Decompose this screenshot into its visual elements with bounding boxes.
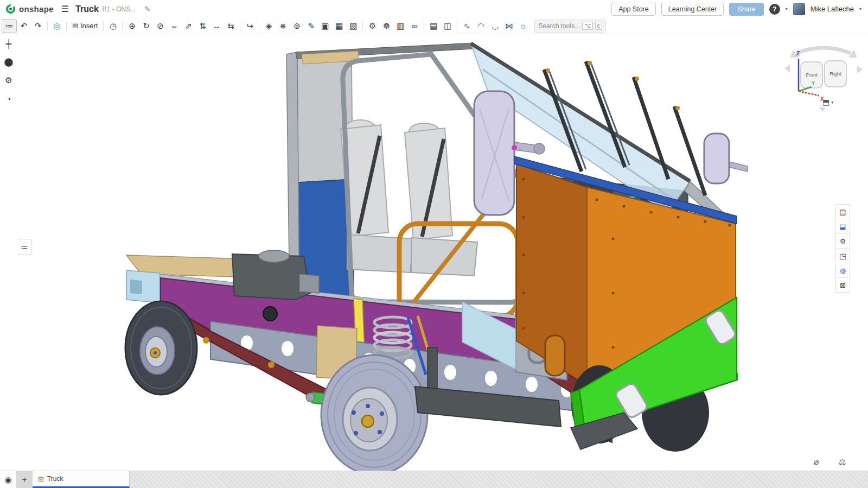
onshape-logo-text: onshape [19,4,54,14]
y-axis-label: Y [812,80,815,86]
configurations-icon[interactable]: ╪ [2,37,15,50]
feature-list-toggle[interactable]: ≔ [2,19,17,33]
rack-pinion-relation-button[interactable]: ☸ [379,20,393,33]
insert-icon: ⊞ [72,22,78,30]
assembly-tab-icon: ⊞ [38,475,44,483]
tab-manager-icon[interactable]: ◉ [0,471,16,488]
snap-mode-button[interactable]: ◈ [261,20,276,33]
screw-relation-button[interactable]: ▥ [393,20,407,33]
toolbar-divider [103,21,104,31]
bom-table-button[interactable]: ▤ [426,20,441,33]
revolve-tool-button[interactable]: ◠ [474,20,488,33]
fill-tool-button[interactable]: ☼ [516,20,530,33]
tab-truck[interactable]: ⊞ Truck [33,471,130,488]
assembly-toolbar: ≔ ↶ ↷ ◎ ⊞ Insert ◷ ⊕ ↻ ⊘ ⇔ ⇗ ⇅ ↔ ⇆ ↪ ◈ ⋇… [0,18,868,34]
edit-in-context-button[interactable]: ✎ [304,20,318,33]
toolbar-divider [424,21,424,31]
learning-center-button[interactable]: Learning Center [661,3,724,16]
mate-button[interactable]: ⊕ [125,20,139,33]
truck-model-viewport[interactable] [0,0,868,488]
gear-relation-button[interactable]: ⚙ [365,20,379,33]
loft-tool-button[interactable]: ◡ [488,20,502,33]
boundary-tool-button[interactable]: ⋈ [502,20,516,33]
right-side-mirror [704,134,748,183]
pan-right-arrow[interactable] [857,66,863,73]
x-axis [799,91,819,96]
tab-label: Truck [47,475,63,483]
rotate-tool-button[interactable]: ↪ [242,20,257,33]
comments-icon[interactable]: ⬤ [2,55,15,68]
user-menu-caret-icon[interactable]: ▾ [859,7,861,11]
parts-panel-icon[interactable]: ⬓ [836,219,850,234]
revolute-mate-button[interactable]: ↻ [139,20,153,33]
onshape-logo[interactable]: onshape [5,4,54,14]
view-cube-icon: ⬒ [822,98,829,106]
onshape-logo-icon [5,4,16,14]
toolbar-divider [259,21,259,31]
instances-list-icon: ≔ [21,243,28,251]
app-store-button[interactable]: App Store [611,3,656,16]
user-name[interactable]: Mike Lafleche [810,5,854,13]
insert-button[interactable]: ⊞ Insert [69,22,101,30]
rollback-history-button[interactable]: ◷ [106,20,120,33]
toolbar-divider [362,21,363,31]
view-options-dropdown[interactable]: ⬒ ▾ [822,98,833,106]
cylindrical-mate-button[interactable]: ⊘ [153,20,167,33]
view-options-caret-icon: ▾ [831,100,833,105]
workspace-version-label[interactable]: B1 - ONS... [103,5,136,13]
spline-tool-button[interactable]: ∿ [459,20,474,33]
pan-left-arrow[interactable] [784,65,790,72]
circular-pattern-button[interactable]: ▧ [346,20,360,33]
measure-icon[interactable]: ⌀ [814,457,819,467]
replicate-button[interactable]: ⊚ [290,20,304,33]
group-button[interactable]: ▣ [318,20,332,33]
appearance-panel-icon[interactable]: ◍ [836,263,850,278]
help-icon[interactable]: ? [769,4,780,15]
toolbar-divider [66,21,67,31]
cab-seats [341,120,477,276]
toolbar-divider [240,21,240,31]
history-icon[interactable]: ◔ [2,92,15,105]
undo-button[interactable]: ↶ [17,20,31,33]
final-position-button[interactable]: ◎ [50,20,64,33]
user-avatar[interactable] [793,3,805,15]
mass-properties-icon[interactable]: ⚖ [839,457,846,467]
named-positions-button[interactable]: ◫ [441,20,455,33]
front-wheel [125,301,197,395]
rotate-down-arrow[interactable] [819,107,826,112]
search-tools-input[interactable]: Search tools... ⌥ c [534,20,605,33]
move-part-button[interactable]: ⇔ [167,20,181,33]
rename-document-icon[interactable]: ✎ [144,5,150,13]
document-panel-icon[interactable]: ▤ [836,205,850,219]
toolbar-divider [122,21,123,31]
z-axis-label: Z [796,50,800,56]
width-mate-button[interactable]: ⇆ [224,20,238,33]
free-drag-button[interactable]: ⇗ [181,20,195,33]
toolbar-divider [457,21,457,31]
search-tools-placeholder: Search tools... [538,22,580,30]
share-button[interactable]: Share [729,3,763,16]
redo-button[interactable]: ↷ [31,20,45,33]
document-header: onshape ☰ Truck B1 - ONS... ✎ App Store … [0,0,868,18]
right-panel-rail: ▤ ⬓ ⚙ ◳ ◍ ⊠ [835,204,850,293]
belt-relation-button[interactable]: ∞ [407,20,422,33]
toolbar-divider [47,21,48,31]
rotate-arc[interactable] [796,48,851,53]
instances-flyout-toggle[interactable]: ≔ [18,239,31,255]
translate-mate-button[interactable]: ↔ [209,20,224,33]
rear-wheel [321,355,427,474]
new-tab-button[interactable]: + [16,471,33,488]
explode-button[interactable]: ⋇ [276,20,290,33]
shortcut-key-c: c [595,22,602,30]
shortcut-key-alt: ⌥ [582,22,593,30]
help-caret-icon[interactable]: ▾ [786,7,788,11]
tab-bar: ◉ + ⊞ Truck [0,471,868,488]
versions-icon[interactable]: ⚙ [2,74,15,87]
main-menu-icon[interactable]: ☰ [61,4,69,14]
linear-pattern-button[interactable]: ▦ [332,20,346,33]
configuration-panel-icon[interactable]: ⚙ [836,234,850,249]
lift-part-button[interactable]: ⇅ [195,20,209,33]
front-face-label: Front [806,72,818,78]
custom-table-panel-icon[interactable]: ◳ [836,249,850,263]
selection-panel-icon[interactable]: ⊠ [836,278,850,292]
